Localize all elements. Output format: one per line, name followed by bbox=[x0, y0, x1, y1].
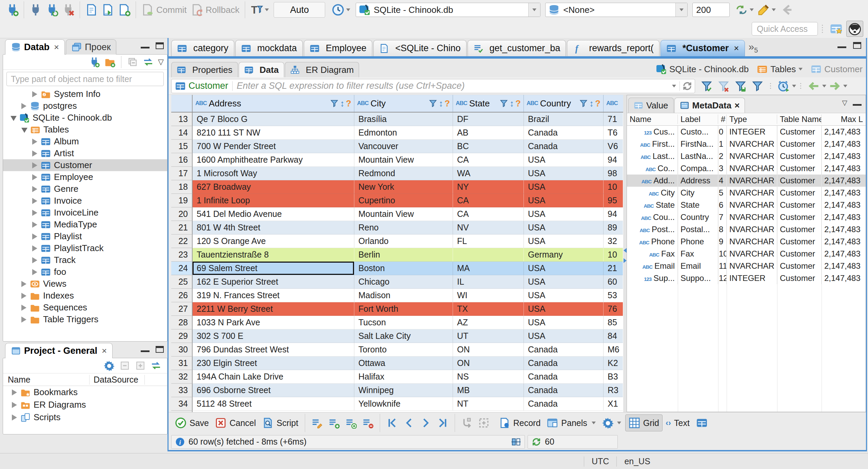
cell-state[interactable]: MB bbox=[453, 384, 524, 397]
cell-address[interactable]: 1 Infinite Loop bbox=[193, 194, 354, 207]
navigator-filter-input[interactable]: Type part of object name to filter bbox=[6, 72, 164, 86]
cell-postalcode[interactable]: 32 bbox=[604, 234, 623, 248]
rollback-button[interactable]: Rollback bbox=[206, 5, 240, 15]
cell-city[interactable]: Halifax bbox=[354, 370, 453, 384]
cell-state[interactable]: MA bbox=[453, 262, 524, 275]
cell-country[interactable]: USA bbox=[524, 316, 604, 329]
tree-item-tables[interactable]: Tables bbox=[3, 124, 167, 136]
cell-address[interactable]: 1033 N Park Ave bbox=[193, 316, 354, 329]
cell-country[interactable]: USA bbox=[524, 289, 604, 302]
cell-state[interactable]: TX bbox=[453, 302, 524, 316]
tree-item-table-triggers[interactable]: Table Triggers bbox=[3, 313, 167, 325]
tab-projects[interactable]: Проек bbox=[66, 39, 116, 55]
column-header-country[interactable]: ABCCountry↕? bbox=[524, 95, 604, 112]
previous-result-icon[interactable] bbox=[808, 80, 820, 92]
cell-state[interactable]: FL bbox=[453, 234, 524, 248]
minimize-icon[interactable] bbox=[141, 44, 150, 48]
row-number[interactable]: 14 bbox=[171, 126, 193, 140]
meta-row-firstna-[interactable]: ABCFirst...FirstNa...1NVARCHARCustomer2,… bbox=[627, 138, 866, 150]
panel-splitter[interactable] bbox=[623, 95, 627, 412]
cell-address[interactable]: 69 Salem Street bbox=[193, 262, 354, 275]
transaction-mode-dropdown-icon[interactable] bbox=[265, 8, 269, 11]
view-menu-icon[interactable]: ▽ bbox=[158, 58, 164, 66]
row-number[interactable]: 33 bbox=[171, 384, 193, 397]
tab-metadata[interactable]: MetaData × bbox=[674, 98, 745, 113]
tree-item-invoice[interactable]: Invoice bbox=[3, 195, 167, 207]
cell-address[interactable]: 194A Chain Lake Drive bbox=[193, 370, 354, 384]
column-datasource[interactable]: DataSource bbox=[90, 375, 145, 385]
subtab-er-diagram[interactable]: ER Diagram bbox=[285, 62, 359, 77]
meta-column-label[interactable]: Label bbox=[678, 115, 718, 124]
new-connection-icon[interactable] bbox=[6, 3, 19, 16]
column-filter-icon[interactable] bbox=[330, 99, 339, 108]
cell-postalcode[interactable]: 95 bbox=[604, 194, 623, 207]
tree-collapsed-arrow-icon[interactable] bbox=[12, 389, 17, 395]
row-number[interactable]: 17 bbox=[171, 167, 193, 180]
chevron-down-icon[interactable] bbox=[798, 68, 803, 70]
cell-country[interactable]: Germany bbox=[524, 248, 604, 262]
cell-city[interactable]: Reno bbox=[354, 221, 453, 234]
cell-address[interactable]: 700 W Pender Street bbox=[193, 140, 354, 153]
cell-address[interactable]: 1600 Amphitheatre Parkway bbox=[193, 153, 354, 167]
fetch-all-icon[interactable] bbox=[478, 417, 490, 429]
perspective-dbeaver-button[interactable] bbox=[846, 21, 863, 37]
cell-postalcode[interactable]: B3 bbox=[604, 370, 623, 384]
editor-tab-mockdata[interactable]: mockdata bbox=[235, 40, 303, 56]
cell-state[interactable]: NY bbox=[453, 180, 524, 194]
tree-item-views[interactable]: Views bbox=[3, 278, 167, 290]
cell-postalcode[interactable]: 21 bbox=[604, 262, 623, 275]
meta-row-compa-[interactable]: ABCCo...Compa...3NVARCHARCustomer2,147,4… bbox=[627, 162, 866, 175]
cell-state[interactable]: BC bbox=[453, 140, 524, 153]
row-number[interactable]: 15 bbox=[171, 140, 193, 153]
cell-city[interactable]: Tucson bbox=[354, 316, 453, 329]
close-icon[interactable]: × bbox=[102, 346, 107, 356]
add-row-icon[interactable] bbox=[328, 417, 340, 429]
meta-row-city[interactable]: ABCCityCity5NVARCHARCustomer2,147,483 bbox=[627, 187, 866, 199]
row-number[interactable]: 29 bbox=[171, 329, 193, 343]
meta-row-lastna-[interactable]: ABCLast...LastNa...2NVARCHARCustomer2,14… bbox=[627, 150, 866, 162]
commit-icon[interactable] bbox=[141, 3, 154, 16]
cell-country[interactable]: USA bbox=[524, 221, 604, 234]
cell-city[interactable]: Edmonton bbox=[354, 126, 453, 140]
cell-city[interactable]: Vancouver bbox=[354, 140, 453, 153]
cell-city[interactable]: Mountain View bbox=[354, 153, 453, 167]
cell-country[interactable]: USA bbox=[524, 207, 604, 221]
back-navigation-icon[interactable] bbox=[781, 3, 793, 16]
tree-collapsed-arrow-icon[interactable] bbox=[32, 150, 37, 157]
connection-combo-arrow[interactable] bbox=[528, 3, 540, 17]
cell-postalcode[interactable]: X1 bbox=[604, 397, 623, 411]
cell-address[interactable]: 5112 48 Street bbox=[193, 397, 354, 411]
tree-collapsed-arrow-icon[interactable] bbox=[12, 414, 17, 421]
transaction-mode-icon[interactable]: T bbox=[250, 3, 263, 16]
cell-city[interactable]: Mountain View bbox=[354, 207, 453, 221]
meta-row-fax[interactable]: ABCFaxFax10NVARCHARCustomer2,147,483 bbox=[627, 248, 866, 260]
grid-settings-icon[interactable] bbox=[602, 417, 614, 429]
cell-country[interactable]: Brazil bbox=[524, 113, 604, 126]
script-button[interactable]: Script bbox=[259, 415, 301, 431]
panel-menu-icon[interactable]: ▽ bbox=[842, 99, 847, 107]
row-number[interactable]: 28 bbox=[171, 316, 193, 329]
cell-address[interactable]: 8210 111 ST NW bbox=[193, 126, 354, 140]
rollback-icon[interactable] bbox=[191, 3, 203, 16]
edit-cell-icon[interactable] bbox=[311, 417, 323, 429]
cell-address[interactable]: Tauentzienstraße 8 bbox=[193, 248, 354, 262]
row-number[interactable]: 21 bbox=[171, 221, 193, 234]
connection-combo[interactable]: SQLite - Chinook.db bbox=[356, 3, 540, 17]
meta-row-custo-[interactable]: 123Cus...Custo...0INTEGERCustomer2,147,4… bbox=[627, 126, 866, 138]
cell-city[interactable]: Boston bbox=[354, 262, 453, 275]
meta-column-max-l[interactable]: Max L bbox=[822, 115, 866, 124]
cell-postalcode[interactable]: 53 bbox=[604, 289, 623, 302]
schema-combo-arrow[interactable] bbox=[675, 3, 687, 17]
cell-country[interactable]: USA bbox=[524, 302, 604, 316]
cell-state[interactable]: NT bbox=[453, 397, 524, 411]
editor-tab--sqlite-chino[interactable]: <SQLite - Chino bbox=[373, 40, 467, 56]
cell-state[interactable]: NV bbox=[453, 221, 524, 234]
sql-filter-input[interactable]: Customer Enter a SQL expression to filte… bbox=[171, 79, 695, 93]
cell-address[interactable]: 2211 W Berry Street bbox=[193, 302, 354, 316]
tree-item-album[interactable]: Album bbox=[3, 136, 167, 147]
auto-refresh-timer-icon[interactable] bbox=[777, 80, 790, 92]
highlight-icon[interactable] bbox=[757, 3, 770, 16]
auto-refresh-dropdown-icon[interactable] bbox=[750, 8, 754, 11]
cell-postalcode[interactable]: R3 bbox=[604, 384, 623, 397]
cell-state[interactable]: UT bbox=[453, 329, 524, 343]
